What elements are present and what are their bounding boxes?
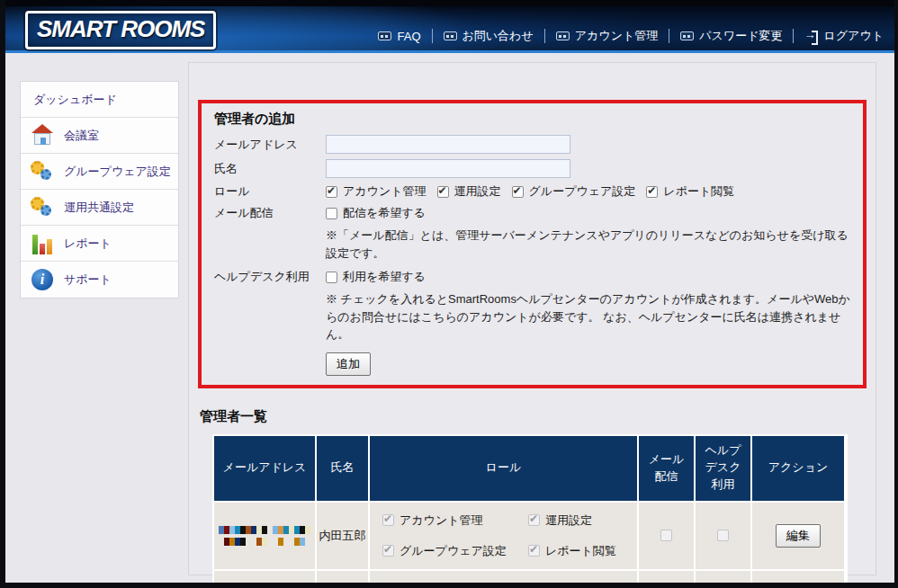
checkbox[interactable] xyxy=(512,186,524,198)
main-panel: 管理者の追加 メールアドレス 氏名 ロール アカウント管理 xyxy=(188,62,876,575)
col-header-name: 氏名 xyxy=(317,436,368,501)
email-field[interactable] xyxy=(326,135,570,154)
add-admin-highlight-box: 管理者の追加 メールアドレス 氏名 ロール アカウント管理 xyxy=(198,100,867,388)
admin-list-title: 管理者一覧 xyxy=(200,408,876,425)
add-button[interactable]: 追加 xyxy=(326,352,371,376)
role-account-mgmt[interactable]: アカウント管理 xyxy=(326,183,427,200)
col-header-helpdesk: ヘルプ デスク 利用 xyxy=(696,436,750,501)
sidebar: ダッシュボード 会議室 グループウェア設定 運用共通設定 レポート i サポート xyxy=(20,81,179,298)
app-header: SMART ROOMS FAQ お問い合わせ アカウント管理 xyxy=(5,6,894,53)
window-top-strip xyxy=(5,0,894,6)
nav-faq-label: FAQ xyxy=(397,30,420,43)
page: SMART ROOMS FAQ お問い合わせ アカウント管理 xyxy=(5,0,894,583)
helpdesk-label: ヘルプデスク利用 xyxy=(214,269,326,285)
admin-table: メールアドレス 氏名 ロール メール 配信 ヘルプ デスク 利用 アクション 内… xyxy=(212,434,848,584)
smartrooms-logo[interactable]: SMART ROOMS xyxy=(25,11,216,49)
sidebar-item-groupware-settings[interactable]: グループウェア設定 xyxy=(21,154,178,190)
checkbox[interactable] xyxy=(646,186,658,198)
badge-icon xyxy=(556,31,570,40)
checkbox-label: 運用設定 xyxy=(545,512,592,529)
nav-contact-label: お問い合わせ xyxy=(462,28,534,44)
sidebar-item-label: 会議室 xyxy=(64,128,99,144)
role-grid: アカウント管理 運用設定 グループウェア設定 レポート閲覧 xyxy=(382,581,616,584)
cell-roles: アカウント管理 運用設定 グループウェア設定 レポート閲覧 xyxy=(370,503,637,569)
mail-delivery-note: ※「メール配信」とは、管理サーバーメンテナンスやアプリのリリースなどのお知らせを… xyxy=(326,227,850,262)
name-field[interactable] xyxy=(326,159,570,178)
checkbox-label: グループウェア設定 xyxy=(529,183,636,200)
info-icon: i xyxy=(30,267,57,292)
email-row: メールアドレス xyxy=(214,135,850,154)
sidebar-item-report[interactable]: レポート xyxy=(21,226,178,262)
sidebar-item-support[interactable]: i サポート xyxy=(21,262,178,298)
nav-faq[interactable]: FAQ xyxy=(378,30,420,43)
role-label: ロール xyxy=(214,183,326,200)
mail-delivery-option[interactable]: 配信を希望する xyxy=(326,205,426,221)
checkbox[interactable] xyxy=(326,208,337,219)
cell-mail-delivery xyxy=(639,571,694,584)
cell-actions: 編集 削除 xyxy=(752,571,844,584)
helpdesk-option[interactable]: 利用を希望する xyxy=(326,269,426,285)
role-report-view[interactable]: レポート閲覧 xyxy=(646,183,734,200)
checkbox-label: 運用設定 xyxy=(454,183,501,200)
col-header-actions: アクション xyxy=(752,436,844,501)
col-header-email: メールアドレス xyxy=(214,436,315,501)
nav-password-change[interactable]: パスワード変更 xyxy=(680,28,782,44)
checkbox-label: アカウント管理 xyxy=(343,183,427,200)
checkbox-disabled xyxy=(382,545,394,557)
nav-separator xyxy=(669,29,669,43)
checkbox-label: 配信を希望する xyxy=(343,205,426,221)
helpdesk-note: ※ チェックを入れるとSmartRoomsヘルプセンターのアカウントが作成されま… xyxy=(326,290,850,343)
col-header-mail-delivery: メール 配信 xyxy=(639,436,694,501)
header-nav: FAQ お問い合わせ アカウント管理 パスワード変更 xyxy=(378,28,884,44)
cell-name: 内田四郎 xyxy=(317,571,368,584)
checkbox[interactable] xyxy=(437,186,449,198)
badge-icon xyxy=(444,31,457,40)
sidebar-item-label: ダッシュボード xyxy=(33,92,117,108)
gears-icon xyxy=(30,159,57,184)
nav-separator xyxy=(544,29,545,43)
sidebar-item-label: サポート xyxy=(64,272,112,288)
role-checkbox-group: アカウント管理 運用設定 グループウェア設定 レポート閲覧 xyxy=(326,183,738,200)
checkbox-disabled xyxy=(528,545,540,557)
checkbox-label: レポート閲覧 xyxy=(663,183,734,200)
cell-actions: 編集 xyxy=(752,503,844,569)
col-header-role: ロール xyxy=(370,436,637,501)
cell-mail-delivery xyxy=(639,503,694,569)
gears-icon xyxy=(30,195,57,220)
checkbox-label: 運用設定 xyxy=(545,581,592,584)
nav-separator xyxy=(793,29,794,43)
sidebar-item-meeting-room[interactable]: 会議室 xyxy=(21,118,178,154)
nav-logout[interactable]: ログアウト xyxy=(804,28,884,44)
checkbox-disabled xyxy=(382,514,394,526)
role-grid: アカウント管理 運用設定 グループウェア設定 レポート閲覧 xyxy=(382,512,616,559)
name-label: 氏名 xyxy=(214,161,326,177)
checkbox[interactable] xyxy=(326,186,337,198)
checkbox-disabled xyxy=(717,530,729,541)
sidebar-item-operation-settings[interactable]: 運用共通設定 xyxy=(21,190,178,226)
nav-logout-label: ログアウト xyxy=(823,28,884,44)
mail-delivery-row: メール配信 配信を希望する xyxy=(214,205,850,221)
checkbox-label: グループウェア設定 xyxy=(400,543,507,559)
sidebar-item-dashboard[interactable]: ダッシュボード xyxy=(21,82,178,118)
edit-button[interactable]: 編集 xyxy=(776,524,821,548)
app-window: SMART ROOMS FAQ お問い合わせ アカウント管理 xyxy=(0,0,898,588)
email-label: メールアドレス xyxy=(214,137,326,153)
checkbox[interactable] xyxy=(326,272,337,283)
nav-account-label: アカウント管理 xyxy=(575,28,659,44)
mail-delivery-label: メール配信 xyxy=(214,205,326,221)
helpdesk-row: ヘルプデスク利用 利用を希望する xyxy=(214,269,850,285)
nav-account-management[interactable]: アカウント管理 xyxy=(556,28,659,44)
bar-chart-icon xyxy=(30,231,57,256)
nav-password-label: パスワード変更 xyxy=(699,28,782,44)
checkbox-label: アカウント管理 xyxy=(400,512,483,529)
cell-email-redacted xyxy=(214,571,315,584)
badge-icon xyxy=(680,31,694,40)
role-operation[interactable]: 運用設定 xyxy=(437,183,501,200)
sidebar-item-label: 運用共通設定 xyxy=(64,200,134,216)
role-groupware[interactable]: グループウェア設定 xyxy=(512,183,636,200)
nav-separator xyxy=(432,29,433,43)
add-admin-title: 管理者の追加 xyxy=(214,111,850,128)
cell-helpdesk xyxy=(696,503,750,569)
nav-contact[interactable]: お問い合わせ xyxy=(444,28,534,44)
name-row: 氏名 xyxy=(214,159,850,178)
